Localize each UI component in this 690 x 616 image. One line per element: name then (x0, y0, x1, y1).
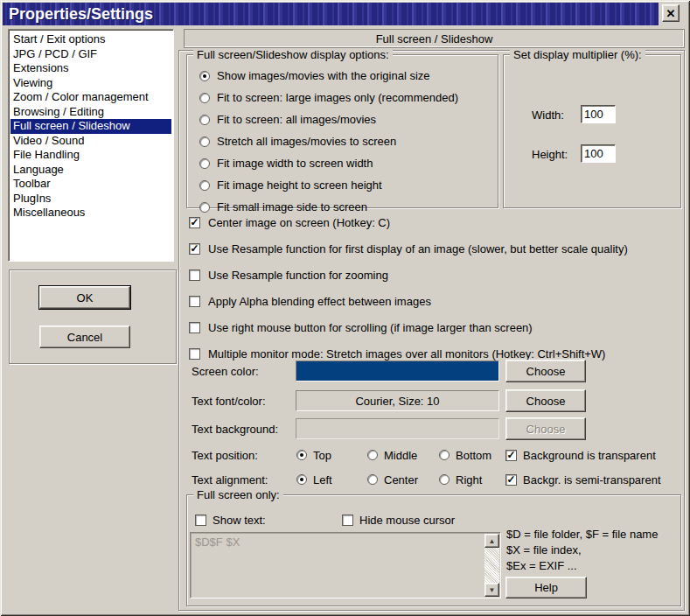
checkbox-box[interactable] (505, 450, 517, 461)
radio-label: Center (384, 473, 418, 486)
window-title: Properties/Settings (3, 5, 153, 24)
radio-position-top[interactable]: Top (296, 448, 331, 462)
checkbox-label: Multiple monitor mode: Stretch images ov… (208, 347, 605, 360)
checkbox-box[interactable] (189, 348, 200, 360)
placeholder-hint-1: $D = file folder, $F = file name (506, 527, 658, 542)
radio-button[interactable] (367, 474, 378, 485)
cancel-button[interactable]: Cancel (39, 326, 130, 348)
show-text-template-textarea: $D$F $X ▲ ▼ (190, 532, 501, 598)
height-input[interactable] (581, 144, 616, 163)
radio-button[interactable] (199, 136, 210, 147)
radio-button[interactable] (199, 158, 210, 169)
checkbox-background-transparent[interactable]: Background is transparent (505, 448, 656, 462)
checkbox-label: Hide mouse cursor (359, 514, 455, 527)
radio-option-fit-width[interactable]: Fit image width to screen width (199, 157, 373, 170)
radio-button[interactable] (199, 180, 210, 191)
textarea-scrollbar: ▲ ▼ (484, 534, 499, 597)
sidebar-item-viewing[interactable]: Viewing (10, 76, 171, 91)
placeholder-hint-3: $Ex = EXIF ... (506, 558, 577, 574)
radio-button[interactable] (439, 450, 450, 460)
display-multiplier-group-title: Set display multiplier (%): (510, 48, 645, 61)
checkbox-box[interactable] (189, 322, 200, 333)
checkbox-box[interactable] (505, 474, 517, 486)
close-button[interactable]: ✕ (662, 4, 680, 22)
radio-label: Right (456, 473, 482, 486)
checkbox-resample-first-display[interactable]: Use Resample function for first display … (178, 242, 685, 256)
fullscreen-only-group-title: Full screen only: (193, 488, 283, 501)
radio-label: Top (313, 449, 331, 462)
radio-button[interactable] (199, 202, 210, 213)
sidebar-item-toolbar[interactable]: Toolbar (10, 177, 171, 192)
radio-option-fit-all[interactable]: Fit to screen: all images/movies (199, 113, 376, 126)
radio-option-fit-height[interactable]: Fit image height to screen height (199, 178, 382, 192)
checkbox-label: Apply Alpha blending effect between imag… (208, 295, 431, 308)
help-button[interactable]: Help (505, 577, 587, 598)
sidebar-item-video-sound[interactable]: Video / Sound (10, 134, 171, 149)
ok-button[interactable]: OK (39, 286, 130, 309)
sidebar-item-browsing-editing[interactable]: Browsing / Editing (10, 105, 171, 120)
checkbox-resample-zooming[interactable]: Use Resample function for zooming (178, 268, 685, 282)
checkbox-right-mouse-scrolling[interactable]: Use right mouse button for scrolling (if… (178, 320, 685, 334)
radio-button[interactable] (296, 474, 307, 485)
radio-button[interactable] (199, 71, 210, 81)
sidebar-item-miscellaneous[interactable]: Miscellaneous (10, 206, 171, 220)
text-font-value: Courier, Size: 10 (296, 390, 499, 411)
screen-color-swatch (296, 360, 499, 382)
checkbox-box[interactable] (189, 243, 200, 255)
dialog-buttons-group: OK Cancel (9, 270, 177, 364)
sidebar-item-extensions[interactable]: Extensions (10, 61, 171, 76)
checkbox-box[interactable] (189, 270, 200, 281)
radio-button[interactable] (439, 474, 450, 485)
text-background-row: Text background: Choose (178, 418, 685, 441)
choose-text-font-button[interactable]: Choose (505, 389, 586, 412)
screen-color-row: Screen color: Choose (178, 360, 685, 383)
radio-option-fit-small-side[interactable]: Fit small image side to screen (199, 200, 367, 214)
sidebar-item-fullscreen-slideshow[interactable]: Full screen / Slideshow (10, 119, 171, 134)
radio-label: Fit image height to screen height (217, 178, 382, 192)
width-input[interactable] (581, 105, 616, 123)
radio-button[interactable] (199, 115, 210, 125)
settings-category-list: Start / Exit options JPG / PCD / GIF Ext… (8, 29, 174, 262)
sidebar-item-zoom-color[interactable]: Zoom / Color management (10, 90, 171, 105)
radio-alignment-right[interactable]: Right (439, 472, 482, 486)
scroll-up-button: ▲ (484, 534, 499, 548)
checkbox-alpha-blending[interactable]: Apply Alpha blending effect between imag… (178, 294, 685, 308)
radio-label: Fit to screen: all images/movies (217, 113, 376, 126)
radio-position-bottom[interactable]: Bottom (439, 448, 491, 462)
checkbox-hide-mouse-cursor[interactable]: Hide mouse cursor (342, 513, 455, 527)
radio-button[interactable] (199, 93, 210, 103)
sidebar-item-plugins[interactable]: PlugIns (10, 192, 171, 206)
height-label: Height: (532, 148, 584, 161)
show-text-template-value: $D$F $X (195, 536, 240, 549)
sidebar-item-language[interactable]: Language (10, 163, 171, 178)
sidebar-item-start-exit[interactable]: Start / Exit options (10, 32, 171, 47)
radio-label: Left (313, 473, 332, 486)
radio-button[interactable] (296, 450, 307, 460)
radio-position-middle[interactable]: Middle (367, 448, 417, 462)
radio-label: Fit small image side to screen (217, 200, 367, 214)
checkbox-box[interactable] (342, 514, 353, 526)
checkbox-label: Use Resample function for zooming (208, 269, 388, 282)
sidebar-item-file-handling[interactable]: File Handling (10, 148, 171, 163)
text-position-row: Text position: Top Middle Bottom Backgro… (178, 448, 685, 462)
text-background-value (296, 418, 499, 439)
checkbox-show-text[interactable]: Show text: (195, 513, 266, 527)
radio-alignment-left[interactable]: Left (296, 472, 332, 486)
radio-alignment-center[interactable]: Center (367, 472, 418, 486)
checkbox-label: Background is transparent (523, 449, 656, 462)
display-multiplier-group: Set display multiplier (%): Width: Heigh… (503, 54, 681, 208)
checkbox-box[interactable] (189, 296, 200, 307)
checkbox-box[interactable] (189, 217, 200, 228)
radio-option-stretch-all[interactable]: Stretch all images/movies to screen (199, 135, 396, 148)
sidebar-item-jpg-pcd-gif[interactable]: JPG / PCD / GIF (10, 47, 171, 62)
choose-screen-color-button[interactable]: Choose (505, 360, 586, 382)
radio-button[interactable] (367, 450, 378, 460)
radio-label: Middle (384, 449, 417, 462)
radio-option-fit-large-only[interactable]: Fit to screen: large images only (recomm… (199, 91, 458, 104)
checkbox-box[interactable] (195, 514, 206, 526)
checkbox-background-semi-transparent[interactable]: Backgr. is semi-transparent (505, 472, 661, 486)
text-background-label: Text background: (192, 423, 278, 436)
radio-option-original-size[interactable]: Show images/movies with the original siz… (199, 69, 430, 82)
checkbox-center-image[interactable]: Center image on screen (Hotkey: C) (178, 215, 685, 229)
checkbox-multiple-monitor[interactable]: Multiple monitor mode: Stretch images ov… (178, 346, 685, 360)
